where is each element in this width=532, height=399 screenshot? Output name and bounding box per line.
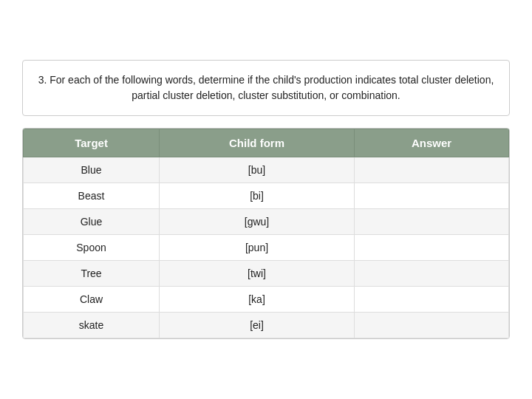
cell-child-form: [bu] (160, 157, 355, 183)
table-row: Spoon[pun] (24, 235, 509, 261)
cell-child-form: [bi] (160, 183, 355, 209)
cell-child-form: [gwu] (160, 209, 355, 235)
instruction-text: 3. For each of the following words, dete… (38, 74, 494, 101)
main-container: 3. For each of the following words, dete… (15, 52, 517, 347)
data-table-wrapper: Target Child form Answer Blue[bu]Beast[b… (22, 128, 510, 339)
cell-child-form: [ei] (160, 313, 355, 338)
cell-child-form: [twi] (160, 261, 355, 287)
cell-target: Claw (24, 287, 160, 313)
table-row: Tree[twi] (24, 261, 509, 287)
cell-child-form: [pun] (160, 235, 355, 261)
table-row: Glue[gwu] (24, 209, 509, 235)
table-row: Beast[bi] (24, 183, 509, 209)
cell-answer (354, 235, 508, 261)
cell-answer (354, 287, 508, 313)
table-row: Claw[ka] (24, 287, 509, 313)
cell-answer (354, 157, 508, 183)
instruction-box: 3. For each of the following words, dete… (22, 60, 510, 116)
cell-target: Tree (24, 261, 160, 287)
cell-answer (354, 313, 508, 338)
cell-child-form: [ka] (160, 287, 355, 313)
table-header-row: Target Child form Answer (24, 129, 509, 157)
table-row: Blue[bu] (24, 157, 509, 183)
cell-target: Glue (24, 209, 160, 235)
cell-target: Spoon (24, 235, 160, 261)
col-header-answer: Answer (354, 129, 508, 157)
cell-answer (354, 209, 508, 235)
cell-target: skate (24, 313, 160, 338)
data-table: Target Child form Answer Blue[bu]Beast[b… (23, 129, 509, 338)
cell-answer (354, 183, 508, 209)
cell-target: Blue (24, 157, 160, 183)
col-header-child-form: Child form (160, 129, 355, 157)
table-row: skate[ei] (24, 313, 509, 338)
col-header-target: Target (24, 129, 160, 157)
cell-target: Beast (24, 183, 160, 209)
cell-answer (354, 261, 508, 287)
